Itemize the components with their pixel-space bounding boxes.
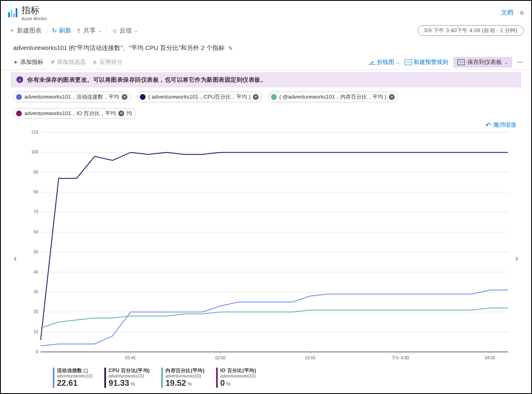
dashboard-icon [457, 59, 465, 65]
chart-legend: 活动连接数adventureworks10122.61CPU 百分比(平均)ad… [20, 364, 512, 388]
metrics-line-chart: 0102030405060708090100110 03:4503:5003:5… [20, 129, 512, 364]
svg-text:30: 30 [33, 290, 38, 294]
legend-metric-name: IO 百分比(平均) [220, 368, 256, 374]
split-icon: ⋔ [92, 59, 97, 66]
svg-text:100: 100 [31, 150, 38, 154]
next-time-button[interactable]: › [512, 129, 521, 388]
filter-icon: ⧩ [50, 59, 55, 66]
legend-scope: adventureworks101 [108, 374, 150, 379]
svg-text:下午 4:00: 下午 4:00 [391, 356, 409, 360]
metric-pill[interactable]: adventureworks101，IO 百分比，平均均 [13, 108, 136, 119]
metric-color-swatch [140, 94, 146, 100]
legend-item[interactable]: CPU 百分比(平均)adventureworks10191.33 % [104, 368, 150, 388]
legend-item[interactable]: IO 百分比(平均)adventureworks1010 % [216, 368, 256, 388]
apply-split-button: ⋔ 应用拆分 [92, 59, 122, 66]
save-to-dashboard-button[interactable]: 保存到仪表板 ⌄ [453, 57, 512, 68]
close-icon[interactable] [253, 94, 259, 100]
svg-text:90: 90 [33, 170, 38, 175]
metric-pill-label: adventureworks101，IO 百分比，平均 [24, 110, 116, 117]
alert-rule-icon [405, 59, 412, 65]
legend-item[interactable]: 内存百分比(平均)adventureworks10119.52 % [161, 368, 205, 388]
metric-pill-label: ( adventureworks101，CPU百分比，平均 ) [148, 93, 250, 101]
chevron-down-icon: ⌄ [98, 28, 101, 33]
more-options-button[interactable]: ⋯ [517, 59, 524, 66]
new-alert-rule-label: 新建预警规则 [414, 59, 448, 66]
svg-text:03:50: 03:50 [215, 356, 226, 360]
svg-text:50: 50 [33, 250, 38, 254]
legend-item[interactable]: 活动连接数adventureworks10122.61 [53, 368, 93, 388]
legend-metric-name: 内存百分比(平均) [165, 368, 205, 374]
close-icon[interactable] [389, 94, 395, 100]
smiley-icon: ☺ [112, 27, 118, 34]
metric-pill[interactable]: adventureworks101，活动连接数，平均 [13, 92, 131, 102]
metric-pill-row: adventureworks101，活动连接数，平均( adventurewor… [1, 90, 531, 119]
metric-pill[interactable]: ( @adventureworks101，内存百分比，平均 ) [268, 92, 398, 102]
legend-scope: adventureworks101 [220, 374, 256, 379]
legend-metric-name: 活动连接数 [57, 368, 82, 374]
undo-zoom-button[interactable]: ↶ 撤消缩放 [485, 121, 516, 129]
svg-text:03:55: 03:55 [305, 356, 316, 360]
separator [106, 26, 107, 35]
share-button[interactable]: ⇪ 共享 ⌄ [76, 27, 101, 35]
chart-title: adventureworks101 的"平均活动连接数"、"平均 CPU 百分比… [13, 44, 225, 52]
info-icon: i [16, 76, 23, 83]
docs-link[interactable]: 文档 [501, 9, 513, 17]
undo-icon: ↶ [485, 121, 491, 129]
new-chart-button[interactable]: ＋ 新建图表 [9, 27, 42, 35]
legend-value: 22.61 [57, 378, 93, 388]
legend-value: 91.33 % [108, 378, 150, 388]
chevron-down-icon: ⌄ [134, 28, 138, 33]
add-metric-button[interactable]: ✦ 添加指标 [13, 59, 43, 66]
refresh-icon: ↻ [52, 27, 57, 34]
metric-color-swatch [16, 94, 22, 100]
separator [47, 26, 47, 35]
legend-scope: adventureworks101 [165, 374, 205, 379]
new-alert-rule-button[interactable]: 新建预警规则 [405, 59, 448, 66]
metric-color-swatch [16, 111, 22, 116]
plus-icon: ＋ [9, 27, 15, 34]
refresh-button[interactable]: ↻ 刷新 [52, 27, 71, 35]
chevron-down-icon: ⌄ [396, 60, 400, 65]
close-icon[interactable] [118, 111, 124, 116]
metric-pill-tail: 均 [127, 110, 132, 117]
share-icon: ⇪ [76, 27, 81, 34]
time-range-selector[interactable]: 3/9 下午 3:40下午 4:06 (自动 - 1 分钟) [418, 25, 524, 36]
prev-time-button[interactable]: ‹ [11, 129, 20, 388]
metric-icon: ✦ [13, 59, 18, 66]
metric-pill-label: adventureworks101，活动连接数，平均 [24, 93, 119, 101]
close-icon[interactable] [122, 94, 127, 100]
metric-color-swatch [271, 94, 277, 100]
unsaved-changes-banner: i 你有未保存的图表更改。可以将图表保存回仪表板，也可以将它作为新图表固定到仪表… [11, 72, 521, 87]
chart-type-selector[interactable]: 折线图 ⌄ [369, 59, 400, 66]
chart-toolbar: ✦ 添加指标 ⧩ 添加筛选器 ⋔ 应用拆分 折线图 ⌄ 新建预警规则 保存到仪表… [1, 55, 531, 70]
undo-zoom-label: 撤消缩放 [493, 121, 516, 129]
truncated-indicator-icon [84, 369, 88, 373]
series-line [41, 308, 508, 328]
external-link-icon[interactable]: ⧉ [520, 10, 524, 16]
legend-scope: adventureworks101 [57, 374, 93, 379]
metric-pill-label: ( @adventureworks101，内存百分比，平均 ) [279, 93, 386, 101]
edit-title-icon[interactable]: ✎ [228, 45, 233, 52]
svg-text:80: 80 [33, 190, 38, 194]
metric-pill[interactable]: ( adventureworks101，CPU百分比，平均 ) [137, 92, 262, 102]
svg-text:110: 110 [31, 130, 38, 134]
refresh-label: 刷新 [59, 27, 71, 35]
share-label: 共享 [83, 27, 96, 35]
legend-metric-name: CPU 百分比(平均) [108, 368, 150, 374]
banner-text: 你有未保存的图表更改。可以将图表保存回仪表板，也可以将它作为新图表固定到仪表板。 [27, 76, 266, 83]
feedback-label: 反馈 [120, 27, 132, 35]
apply-split-label: 应用拆分 [99, 59, 122, 66]
svg-text:40: 40 [33, 269, 38, 274]
svg-text:10: 10 [33, 329, 38, 334]
azure-monitor-logo-icon [8, 8, 17, 17]
svg-text:03:45: 03:45 [125, 356, 136, 360]
add-metric-label: 添加指标 [20, 59, 43, 66]
new-chart-label: 新建图表 [17, 27, 42, 35]
legend-value: 19.52 % [165, 378, 205, 388]
page-subtitle: Azure Monitor [21, 17, 47, 21]
feedback-button[interactable]: ☺ 反馈 ⌄ [112, 27, 138, 35]
add-filter-label: 添加筛选器 [57, 59, 86, 66]
line-chart-icon [369, 60, 375, 65]
save-to-dashboard-label: 保存到仪表板 [467, 59, 502, 66]
svg-text:70: 70 [33, 210, 38, 214]
